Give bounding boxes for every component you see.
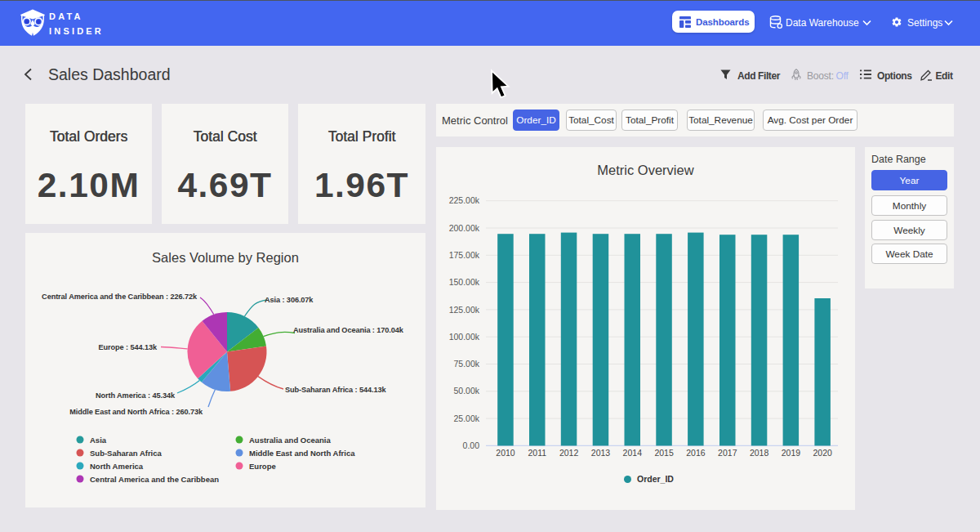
svg-text:25.00k: 25.00k	[453, 414, 479, 423]
svg-text:Australia and Oceania: Australia and Oceania	[249, 436, 332, 445]
svg-text:0.00: 0.00	[463, 440, 480, 450]
svg-text:125.00k: 125.00k	[449, 305, 480, 315]
svg-text:2015: 2015	[654, 448, 674, 458]
svg-text:Europe: Europe	[249, 462, 276, 471]
svg-text:2014: 2014	[623, 448, 643, 458]
svg-text:150.00k: 150.00k	[449, 277, 480, 287]
svg-text:Middle East and North Africa :: Middle East and North Africa : 260.73k	[69, 408, 203, 416]
svg-text:225.00k: 225.00k	[449, 195, 480, 205]
svg-text:2013: 2013	[591, 448, 611, 458]
svg-text:2010: 2010	[496, 448, 515, 458]
svg-text:175.00k: 175.00k	[449, 250, 480, 260]
svg-text:Europe : 544.13k: Europe : 544.13k	[99, 343, 158, 351]
svg-text:North America : 45.34k: North America : 45.34k	[96, 391, 176, 400]
svg-text:50.00k: 50.00k	[453, 386, 479, 396]
svg-text:Australia and Oceania : 170.04: Australia and Oceania : 170.04k	[293, 326, 404, 334]
svg-text:2011: 2011	[528, 448, 547, 458]
svg-text:2012: 2012	[559, 448, 579, 458]
svg-text:Central America and the Caribb: Central America and the Caribbean	[90, 475, 219, 484]
svg-text:Central America and the Caribb: Central America and the Caribbean : 226.…	[42, 293, 198, 301]
svg-text:2017: 2017	[718, 448, 737, 458]
svg-text:Sub-Saharan Africa : 544.13k: Sub-Saharan Africa : 544.13k	[285, 386, 386, 394]
svg-text:2019: 2019	[782, 448, 801, 458]
svg-text:100.00k: 100.00k	[449, 332, 480, 342]
svg-text:Sub-Saharan Africa: Sub-Saharan Africa	[90, 449, 163, 458]
svg-text:Asia: Asia	[90, 436, 107, 445]
svg-text:75.00k: 75.00k	[453, 359, 479, 369]
svg-text:2020: 2020	[813, 448, 833, 458]
svg-text:North America: North America	[90, 462, 144, 471]
svg-text:Order_ID: Order_ID	[637, 474, 674, 484]
svg-text:Asia : 306.07k: Asia : 306.07k	[265, 296, 314, 304]
svg-text:2018: 2018	[750, 448, 769, 458]
svg-text:2016: 2016	[686, 448, 706, 458]
svg-text:200.00k: 200.00k	[449, 223, 480, 233]
svg-text:Middle East and North Africa: Middle East and North Africa	[249, 449, 355, 458]
